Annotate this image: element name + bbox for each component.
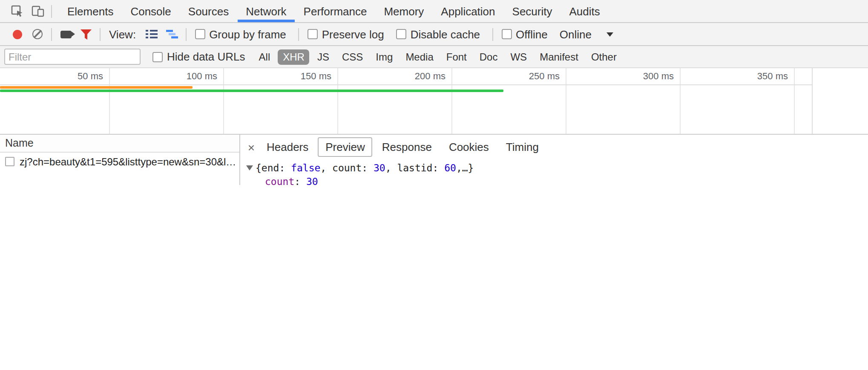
json-key: count	[265, 176, 294, 185]
timeline-boundary	[812, 68, 813, 134]
timeline-tick-label: 250 ms	[489, 71, 560, 81]
overview-request-bar	[0, 89, 503, 92]
timeline-gridline	[566, 68, 566, 134]
detail-tab-timing[interactable]: Timing	[498, 137, 546, 157]
checkbox-icon[interactable]	[308, 29, 318, 39]
filter-type-doc[interactable]: Doc	[474, 49, 503, 64]
detail-tab-headers[interactable]: Headers	[259, 137, 316, 157]
filter-type-media[interactable]: Media	[400, 49, 438, 64]
tab-sources[interactable]: Sources	[180, 0, 237, 22]
tab-application[interactable]: Application	[432, 0, 503, 22]
filter-type-img[interactable]: Img	[371, 49, 398, 64]
filter-types: AllXHRJSCSSImgMediaFontDocWSManifestOthe…	[254, 49, 624, 64]
network-toolbar: View: Group by frame Preserve log Disabl…	[0, 23, 868, 46]
timeline-gridline	[794, 68, 795, 134]
disable-cache-checkbox[interactable]: Disable cache	[396, 28, 480, 40]
checkbox-icon[interactable]	[396, 29, 406, 39]
preview-tree: {end: false, count: 30, lastid: 60,…}cou…	[240, 159, 868, 185]
filter-type-other[interactable]: Other	[586, 49, 622, 64]
tab-audits[interactable]: Audits	[561, 0, 609, 22]
filter-type-css[interactable]: CSS	[337, 49, 368, 64]
close-icon[interactable]: ×	[244, 140, 259, 154]
detail-tabs: HeadersPreviewResponseCookiesTiming	[259, 137, 548, 157]
inspect-element-icon[interactable]	[7, 1, 27, 21]
request-name: zj?ch=beauty&t1=595&listtype=new&sn=30&l…	[20, 156, 236, 168]
separator	[492, 28, 493, 40]
offline-label[interactable]: Offline	[516, 28, 548, 40]
timeline-tick-label: 350 ms	[717, 71, 788, 81]
tab-performance[interactable]: Performance	[295, 0, 376, 22]
filter-type-manifest[interactable]: Manifest	[535, 49, 583, 64]
timeline-tick-label: 200 ms	[375, 71, 445, 81]
filter-input[interactable]	[4, 49, 141, 65]
timeline-gridline	[680, 68, 681, 134]
timeline-gridline	[109, 68, 110, 134]
detail-tab-preview[interactable]: Preview	[318, 137, 373, 157]
requests-panel: Name zj?ch=beauty&t1=595&listtype=new&sn…	[0, 135, 240, 185]
timeline-gridline	[451, 68, 452, 134]
file-icon	[5, 157, 14, 166]
large-request-rows-icon[interactable]	[141, 24, 161, 44]
network-overview[interactable]: 50 ms100 ms150 ms200 ms250 ms300 ms350 m…	[0, 68, 868, 135]
device-toolbar-icon[interactable]	[27, 1, 48, 21]
separator	[185, 28, 186, 40]
throttling-value[interactable]: Online	[560, 28, 592, 40]
offline-checkbox[interactable]: Offline	[501, 28, 548, 40]
main-tabs: ElementsConsoleSourcesNetworkPerformance…	[59, 0, 609, 22]
tree-row: count: 30	[244, 175, 868, 185]
column-header-name[interactable]: Name	[0, 135, 239, 153]
capture-screenshots-icon[interactable]	[55, 24, 76, 44]
show-overview-icon[interactable]	[161, 24, 182, 44]
tree-row[interactable]: {end: false, count: 30, lastid: 60,…}	[244, 161, 868, 175]
tab-security[interactable]: Security	[504, 0, 561, 22]
filter-funnel-icon[interactable]	[76, 24, 96, 44]
tab-console[interactable]: Console	[122, 0, 179, 22]
throttling-dropdown[interactable]: Online	[560, 28, 614, 40]
filter-type-all[interactable]: All	[254, 49, 276, 64]
filter-type-font[interactable]: Font	[441, 49, 472, 64]
overview-request-bar	[0, 86, 193, 89]
devtools-window: ElementsConsoleSourcesNetworkPerformance…	[0, 0, 868, 185]
filter-type-xhr[interactable]: XHR	[278, 49, 310, 64]
filter-type-js[interactable]: JS	[312, 49, 334, 64]
view-label: View:	[109, 28, 136, 40]
disable-cache-label[interactable]: Disable cache	[411, 28, 480, 40]
preserve-log-label[interactable]: Preserve log	[322, 28, 384, 40]
request-row[interactable]: zj?ch=beauty&t1=595&listtype=new&sn=30&l…	[0, 153, 239, 171]
network-content: Name zj?ch=beauty&t1=595&listtype=new&sn…	[0, 135, 868, 185]
timeline-gridline	[223, 68, 224, 134]
tab-network[interactable]: Network	[237, 0, 295, 22]
timeline-tick-label: 150 ms	[261, 71, 331, 81]
preserve-log-checkbox[interactable]: Preserve log	[308, 28, 384, 40]
hide-data-urls-label[interactable]: Hide data URLs	[167, 50, 245, 63]
filter-row: Hide data URLs AllXHRJSCSSImgMediaFontDo…	[0, 46, 868, 68]
separator	[51, 5, 52, 17]
detail-tab-cookies[interactable]: Cookies	[441, 137, 497, 157]
request-list: zj?ch=beauty&t1=595&listtype=new&sn=30&l…	[0, 153, 239, 185]
timeline-tick-label: 300 ms	[603, 71, 674, 81]
detail-panel: × HeadersPreviewResponseCookiesTiming {e…	[240, 135, 868, 185]
timeline-tick-label: 50 ms	[32, 71, 103, 81]
tree-gutter	[244, 161, 256, 175]
detail-tab-response[interactable]: Response	[374, 137, 440, 157]
chevron-down-icon[interactable]	[607, 32, 614, 40]
detail-tabbar: × HeadersPreviewResponseCookiesTiming	[240, 135, 868, 159]
timeline-ruler-divider	[0, 84, 812, 85]
group-by-frame-checkbox[interactable]: Group by frame	[195, 28, 286, 40]
checkbox-icon[interactable]	[152, 52, 163, 62]
clear-icon[interactable]	[27, 24, 48, 44]
expand-arrow-icon[interactable]	[246, 165, 253, 174]
tab-memory[interactable]: Memory	[375, 0, 432, 22]
timeline-tick-label: 100 ms	[147, 71, 217, 81]
main-tabbar: ElementsConsoleSourcesNetworkPerformance…	[0, 0, 868, 23]
separator	[100, 28, 101, 40]
hide-data-urls-checkbox[interactable]: Hide data URLs	[152, 50, 245, 63]
tree-gutter	[244, 175, 265, 185]
group-by-frame-label[interactable]: Group by frame	[209, 28, 286, 40]
tab-elements[interactable]: Elements	[59, 0, 122, 22]
checkbox-icon[interactable]	[501, 29, 512, 39]
filter-type-ws[interactable]: WS	[505, 49, 532, 64]
checkbox-icon[interactable]	[195, 29, 205, 39]
record-button[interactable]	[7, 24, 27, 44]
name-header-label: Name	[5, 137, 34, 149]
